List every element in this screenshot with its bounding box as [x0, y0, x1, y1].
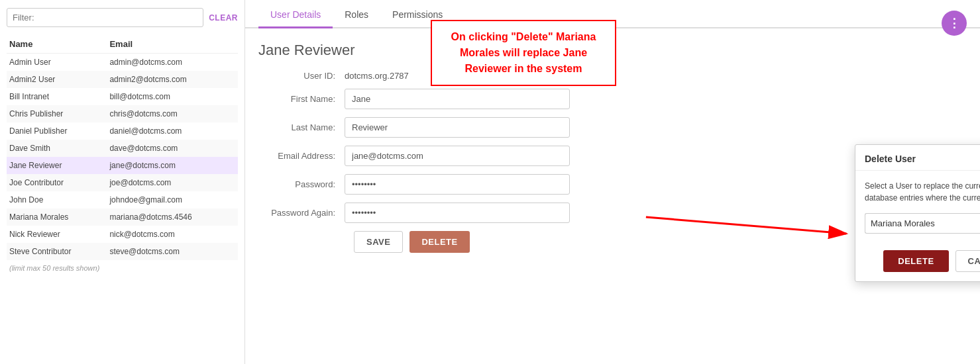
modal-delete-button[interactable]: DELETE	[883, 250, 948, 272]
user-name-cell: Dave Smith	[7, 140, 107, 157]
user-email-cell: dave@dotcms.com	[107, 140, 238, 157]
user-name-cell: Admin User	[7, 54, 107, 71]
user-email-cell: admin@dotcms.com	[107, 54, 238, 71]
user-email-cell: jane@dotcms.com	[107, 157, 238, 174]
table-row[interactable]: Nick Reviewernick@dotcms.com	[7, 226, 238, 243]
more-options-button[interactable]: ⋮	[942, 11, 967, 36]
modal-description: Select a User to replace the current use…	[865, 180, 980, 204]
table-row[interactable]: Mariana Moralesmariana@dotcms.4546	[7, 208, 238, 226]
table-row[interactable]: Chris Publisherchris@dotcms.com	[7, 105, 238, 122]
user-name-cell: Jane Reviewer	[7, 157, 107, 174]
user-id-label: User ID:	[258, 71, 345, 81]
tab-roles[interactable]: Roles	[333, 0, 380, 28]
user-email-cell: johndoe@gmail.com	[107, 191, 238, 208]
annotation-box: On clicking "Delete" Mariana Morales wil…	[431, 20, 616, 86]
password-again-label: Password Again:	[258, 208, 345, 218]
limit-note: (limit max 50 results shown)	[7, 264, 238, 272]
user-email-cell: joe@dotcms.com	[107, 174, 238, 191]
tab-user-details[interactable]: User Details	[258, 0, 333, 28]
user-name-cell: John Doe	[7, 191, 107, 208]
modal-header: Delete User ×	[855, 145, 980, 171]
last-name-input[interactable]	[345, 117, 570, 138]
modal-footer: DELETE CANCEL	[855, 250, 980, 281]
user-email-cell: nick@dotcms.com	[107, 226, 238, 243]
delete-user-modal: Delete User × Select a User to replace t…	[855, 144, 980, 282]
user-email-cell: mariana@dotcms.4546	[107, 208, 238, 226]
email-label: Email Address:	[258, 151, 345, 161]
table-row[interactable]: Daniel Publisherdaniel@dotcms.com	[7, 122, 238, 140]
left-panel: CLEAR Name Email Admin Useradmin@dotcms.…	[0, 0, 245, 364]
user-email-cell: daniel@dotcms.com	[107, 122, 238, 140]
table-row[interactable]: Bill Intranetbill@dotcms.com	[7, 88, 238, 105]
user-name-cell: Joe Contributor	[7, 174, 107, 191]
user-email-cell: admin2@dotcms.com	[107, 71, 238, 88]
modal-cancel-button[interactable]: CANCEL	[955, 250, 980, 272]
email-column-header: Email	[107, 35, 238, 54]
filter-input[interactable]	[7, 8, 203, 27]
first-name-label: First Name:	[258, 94, 345, 104]
last-name-row: Last Name:	[258, 117, 967, 138]
user-name-cell: Nick Reviewer	[7, 226, 107, 243]
last-name-label: Last Name:	[258, 122, 345, 132]
first-name-input[interactable]	[345, 89, 570, 109]
email-input[interactable]	[345, 146, 570, 166]
name-column-header: Name	[7, 35, 107, 54]
password-again-input[interactable]	[345, 203, 570, 223]
table-row[interactable]: Joe Contributorjoe@dotcms.com	[7, 174, 238, 191]
modal-select-row: ▼	[865, 212, 980, 234]
modal-title: Delete User	[865, 154, 916, 164]
delete-button[interactable]: DELETE	[409, 231, 469, 253]
page-container: CLEAR Name Email Admin Useradmin@dotcms.…	[0, 0, 980, 364]
user-email-cell: bill@dotcms.com	[107, 88, 238, 105]
clear-button[interactable]: CLEAR	[209, 13, 238, 23]
table-row[interactable]: Admin2 Useradmin2@dotcms.com	[7, 71, 238, 88]
user-name-cell: Chris Publisher	[7, 105, 107, 122]
modal-body: Select a User to replace the current use…	[855, 171, 980, 250]
table-row[interactable]: Steve Contributorsteve@dotcms.com	[7, 243, 238, 260]
user-name-cell: Mariana Morales	[7, 208, 107, 226]
user-email-cell: steve@dotcms.com	[107, 243, 238, 260]
annotation-text: On clicking "Delete" Mariana Morales wil…	[443, 29, 604, 77]
filter-row: CLEAR	[7, 8, 238, 27]
save-button[interactable]: SAVE	[354, 231, 403, 253]
table-row[interactable]: Dave Smithdave@dotcms.com	[7, 140, 238, 157]
user-email-cell: chris@dotcms.com	[107, 105, 238, 122]
user-table: Name Email Admin Useradmin@dotcms.comAdm…	[7, 35, 238, 260]
password-input[interactable]	[345, 174, 570, 195]
replacement-user-select[interactable]	[865, 213, 980, 234]
user-name-cell: Bill Intranet	[7, 88, 107, 105]
user-id-value: dotcms.org.2787	[345, 71, 409, 81]
user-name-cell: Admin2 User	[7, 71, 107, 88]
table-row[interactable]: Jane Reviewerjane@dotcms.com	[7, 157, 238, 174]
first-name-row: First Name:	[258, 89, 967, 109]
user-name-cell: Steve Contributor	[7, 243, 107, 260]
right-panel: User Details Roles Permissions Jane Revi…	[245, 0, 980, 364]
table-row[interactable]: John Doejohndoe@gmail.com	[7, 191, 238, 208]
user-name-cell: Daniel Publisher	[7, 122, 107, 140]
password-label: Password:	[258, 179, 345, 189]
table-row[interactable]: Admin Useradmin@dotcms.com	[7, 54, 238, 71]
